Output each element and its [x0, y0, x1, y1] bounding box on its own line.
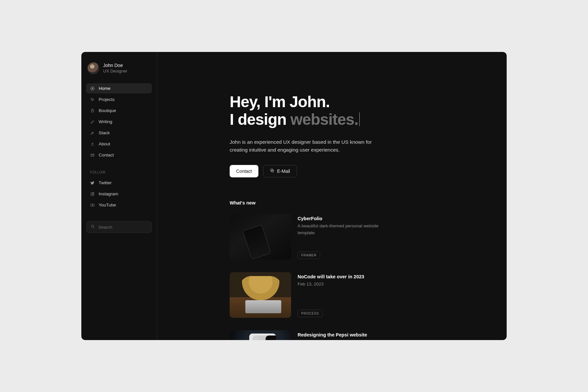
svg-point-5	[92, 193, 93, 194]
card-title: CyberFolio	[298, 215, 389, 222]
card-thumbnail	[230, 330, 291, 340]
sidebar-item-writing[interactable]: Writing	[86, 117, 152, 127]
sidebar-item-projects[interactable]: Projects	[86, 94, 152, 105]
sidebar-item-label: Projects	[99, 97, 115, 102]
sidebar-item-label: Boutique	[99, 108, 116, 113]
profile-name: John Doe	[103, 62, 127, 68]
whats-new-list: CyberFolio A beautiful dark-themed perso…	[230, 214, 487, 340]
card-desc: Pepsi	[298, 339, 367, 340]
sidebar-item-boutique[interactable]: Boutique	[86, 106, 152, 116]
card-thumbnail	[230, 272, 291, 318]
card-thumbnail	[230, 214, 291, 260]
card-desc: A beautiful dark-themed personal website…	[298, 223, 389, 236]
twitter-icon	[90, 181, 95, 185]
youtube-icon	[90, 203, 95, 207]
typing-cursor	[359, 112, 360, 126]
sidebar: John Doe UX Designer Home Projects	[81, 52, 157, 340]
sidebar-item-label: Stack	[99, 130, 110, 135]
section-title: What's new	[230, 200, 487, 205]
sidebar-item-twitter[interactable]: Twitter	[86, 178, 152, 188]
sidebar-item-label: Contact	[99, 153, 114, 157]
sidebar-item-contact[interactable]: Contact	[86, 150, 152, 160]
list-item[interactable]: Redesigning the Pepsi website Pepsi	[230, 330, 487, 340]
list-item[interactable]: NoCode will take over in 2023 Feb 13, 20…	[230, 272, 487, 318]
sidebar-item-label: Home	[99, 86, 110, 91]
svg-point-0	[91, 87, 94, 90]
wrench-icon	[90, 131, 95, 135]
mail-icon	[90, 153, 95, 157]
card-desc: Feb 13, 2023	[298, 281, 364, 287]
svg-point-6	[93, 193, 93, 193]
sidebar-item-about[interactable]: About	[86, 139, 152, 149]
hero-subtitle: John is an experienced UX designer based…	[230, 138, 386, 154]
svg-point-8	[91, 225, 94, 227]
hero-line1: Hey, I'm John.	[230, 93, 330, 110]
sidebar-item-label: About	[99, 141, 110, 146]
profile-role: UX Designer	[103, 69, 127, 74]
sidebar-item-label: YouTube	[99, 203, 116, 207]
copy-icon	[270, 168, 274, 174]
whats-new-section: What's new CyberFolio A beautiful dark-t…	[230, 200, 487, 340]
bag-icon	[90, 108, 95, 113]
search-input[interactable]	[98, 225, 148, 230]
follow-nav: FOLLOW Twitter Instagram YouTube	[86, 169, 152, 210]
user-icon	[90, 142, 95, 146]
primary-nav: Home Projects Boutique Writing	[86, 83, 152, 160]
svg-point-2	[92, 143, 93, 144]
sidebar-item-instagram[interactable]: Instagram	[86, 189, 152, 199]
search-icon	[90, 224, 95, 230]
card-tag: PROCESS	[298, 310, 323, 317]
button-label: Contact	[236, 169, 252, 174]
pencil-icon	[90, 120, 95, 124]
contact-button[interactable]: Contact	[230, 165, 258, 177]
sidebar-item-stack[interactable]: Stack	[86, 128, 152, 138]
list-item[interactable]: CyberFolio A beautiful dark-themed perso…	[230, 214, 487, 260]
sidebar-item-label: Writing	[99, 119, 112, 124]
svg-rect-3	[91, 154, 94, 156]
profile-block[interactable]: John Doe UX Designer	[86, 62, 152, 74]
card-tag: FRAMER	[298, 252, 320, 259]
pointer-icon	[90, 97, 95, 102]
card-title: NoCode will take over in 2023	[298, 273, 364, 281]
search-box[interactable]	[86, 221, 152, 233]
card-title: Redesigning the Pepsi website	[298, 332, 367, 339]
instagram-icon	[90, 192, 95, 196]
main-content: Hey, I'm John. I design websites. John i…	[157, 52, 507, 340]
sidebar-item-youtube[interactable]: YouTube	[86, 200, 152, 210]
avatar	[88, 62, 99, 74]
button-label: E-Mail	[277, 169, 290, 174]
sidebar-item-label: Twitter	[99, 180, 112, 185]
sidebar-item-label: Instagram	[99, 191, 118, 196]
email-button[interactable]: E-Mail	[263, 165, 297, 177]
hero-title: Hey, I'm John. I design websites.	[230, 93, 487, 128]
hero-line2-prefix: I design	[230, 111, 290, 128]
hero-line2-accent: websites.	[290, 111, 358, 128]
sidebar-item-home[interactable]: Home	[86, 83, 152, 93]
follow-header: FOLLOW	[86, 169, 152, 177]
hero-actions: Contact E-Mail	[230, 165, 487, 177]
app-window: John Doe UX Designer Home Projects	[81, 52, 507, 340]
svg-marker-1	[92, 88, 93, 89]
compass-icon	[90, 86, 95, 91]
